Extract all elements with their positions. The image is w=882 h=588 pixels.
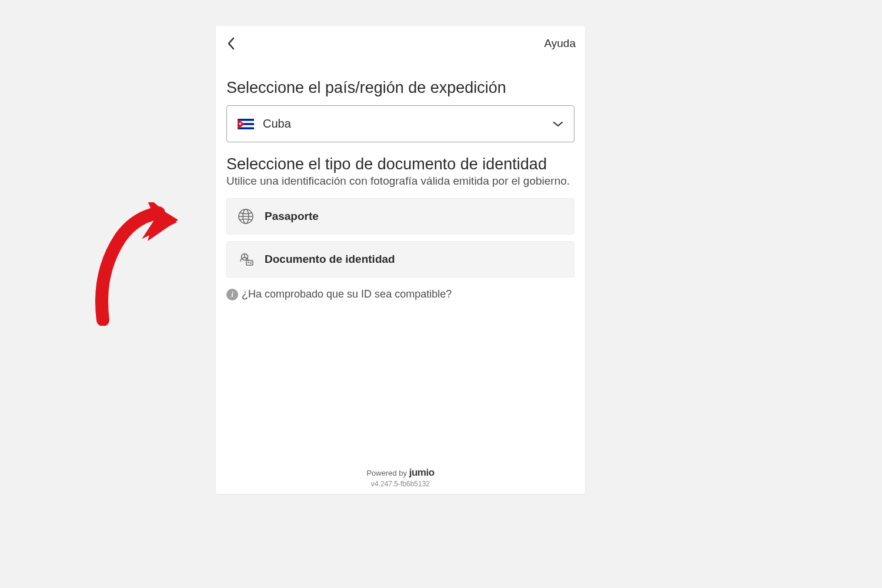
chevron-down-icon — [553, 121, 563, 127]
svg-marker-13 — [148, 202, 178, 241]
document-section-subtitle: Utilice una identificación con fotografí… — [226, 175, 574, 188]
brand-name: jumio — [409, 467, 435, 478]
verification-card: Ayuda Seleccione el país/región de exped… — [216, 26, 585, 494]
id-card-icon — [236, 250, 255, 269]
chevron-left-icon — [226, 36, 236, 51]
card-header: Ayuda — [216, 26, 585, 59]
info-icon: i — [226, 289, 238, 300]
compatibility-info[interactable]: i ¿Ha comprobado que su ID sea compatibl… — [226, 288, 574, 300]
cuba-flag-icon — [238, 119, 254, 129]
document-section-title: Seleccione el tipo de documento de ident… — [226, 155, 574, 173]
compatibility-info-text: ¿Ha comprobado que su ID sea compatible? — [242, 288, 452, 300]
back-button[interactable] — [222, 34, 240, 53]
document-option-passport[interactable]: Pasaporte — [226, 198, 574, 235]
svg-marker-14 — [142, 202, 179, 243]
powered-by-label: Powered by — [366, 469, 409, 477]
country-select[interactable]: Cuba — [226, 105, 574, 142]
document-option-id[interactable]: Documento de identidad — [226, 241, 574, 278]
document-option-label: Documento de identidad — [265, 253, 395, 266]
globe-icon — [236, 207, 255, 226]
card-footer: Powered by jumio v4.247.5-fb6b5132 — [216, 467, 585, 494]
document-option-label: Pasaporte — [265, 210, 319, 223]
version-label: v4.247.5-fb6b5132 — [216, 480, 585, 488]
country-section-title: Seleccione el país/región de expedición — [226, 79, 574, 97]
annotation-arrow-icon — [91, 202, 185, 326]
svg-point-10 — [248, 262, 249, 263]
country-name: Cuba — [263, 117, 553, 131]
card-content: Seleccione el país/región de expedición … — [216, 59, 585, 467]
help-link[interactable]: Ayuda — [544, 37, 576, 50]
svg-rect-9 — [246, 260, 253, 265]
